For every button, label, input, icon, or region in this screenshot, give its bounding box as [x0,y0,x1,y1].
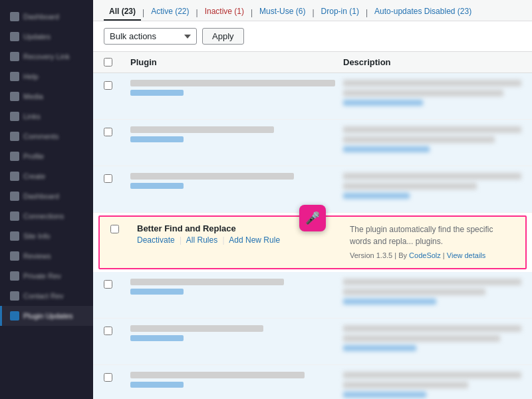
sidebar-item-label-4: Help [23,72,39,80]
sidebar-item-3[interactable]: Recovery Link [0,47,93,66]
plugins-table: 🎤 Better Find and Replace Deactivate | A… [93,73,532,399]
sidebar-item-15[interactable]: Contact Rev [0,286,93,306]
tab-auto-updates-disabled[interactable]: Auto-updates Disabled (23) [369,4,477,21]
apply-button[interactable]: Apply [202,28,244,45]
privrev-icon [10,271,19,281]
sep-2: | [223,235,225,245]
tab-drop-in[interactable]: Drop-in (1) [316,4,364,21]
row-checkbox-5[interactable] [104,280,112,289]
row-check-5[interactable] [104,279,130,291]
plugin-description-text: The plugin automatically find the specif… [350,225,493,246]
row-check-2[interactable] [104,126,130,138]
row-checkbox-7[interactable] [104,373,112,382]
plugin-desc-7 [343,372,521,398]
dashboard-icon [10,12,19,21]
table-row-better-find-replace: 🎤 Better Find and Replace Deactivate | A… [98,215,527,269]
bulk-actions-select[interactable]: Bulk actions Activate Deactivate Update … [104,28,197,45]
all-rules-link[interactable]: All Rules [186,235,217,245]
sidebar-item-12[interactable]: Site Info [0,226,93,246]
author-link[interactable]: CodeSolz [409,251,441,259]
sidebar-item-label-10: Dashboard [23,192,59,200]
links-icon [10,112,19,121]
sidebar-item-10[interactable]: Dashboard [0,186,93,206]
plugin-desc-6 [343,325,521,351]
view-details-link[interactable]: View details [447,251,486,259]
row-checkbox-2[interactable] [104,128,112,136]
col-description-header: Description [343,57,521,67]
updates-icon [10,32,19,41]
sidebar-item-8[interactable]: Profile [0,146,93,166]
mic-icon: 🎤 [305,211,320,225]
sidebar-item-label-2: Updates [23,33,51,41]
plugin-info-7 [130,372,343,388]
sidebar-item-label-5: Media [23,92,43,100]
row-checkbox-1[interactable] [104,81,112,90]
sidebar-item-14[interactable]: Private Rev [0,266,93,286]
table-row [93,365,532,400]
plugin-info-2 [130,126,343,142]
sidebar-item-2[interactable]: Updates [0,27,93,47]
sidebar-item-5[interactable]: Media [0,86,93,106]
select-all-wrapper[interactable] [104,57,130,67]
sidebar-item-16[interactable]: Plugin Updates [0,306,93,326]
sidebar-item-label-3: Recovery Link [23,53,70,61]
plugin-desc-5 [343,279,521,305]
sidebar-item-label-7: Comments [23,132,59,140]
toolbar: Bulk actions Activate Deactivate Update … [93,21,532,52]
sidebar-item-9[interactable]: Create [0,166,93,186]
sidebar-item-label-16: Plugin Updates [23,312,73,320]
tab-must-use[interactable]: Must-Use (6) [254,4,311,21]
media-icon [10,92,19,101]
plugin-desc-1 [343,80,521,106]
sidebar-item-1[interactable]: Dashboard [0,7,93,27]
plugin-desc-2 [343,126,521,152]
row-checkbox-6[interactable] [104,327,112,335]
sep-1: | [180,235,182,245]
row-check-4[interactable] [110,223,137,235]
select-all-checkbox[interactable] [104,58,112,66]
table-row [93,272,532,319]
sidebar-item-7[interactable]: Comments [0,126,93,146]
plugin-desc-4: The plugin automatically find the specif… [350,223,515,261]
filter-tabs: All (23) | Active (22) | Inactive (1) | … [93,0,532,21]
table-row [93,319,532,365]
deactivate-link[interactable]: Deactivate [137,235,175,245]
row-check-1[interactable] [104,80,130,92]
table-row [93,73,532,120]
sidebar-item-label-1: Dashboard [23,13,59,21]
dash2-icon [10,192,19,201]
contrev-icon [10,291,19,301]
main-content: All (23) | Active (22) | Inactive (1) | … [93,0,532,399]
sidebar-item-13[interactable]: Reviews [0,246,93,266]
recovery-icon [10,52,19,61]
plugin-info-3 [130,173,343,189]
row-check-6[interactable] [104,325,130,337]
add-new-rule-link[interactable]: Add New Rule [229,235,280,245]
sidebar-item-label-15: Contact Rev [23,292,64,300]
by-text: By [398,251,407,259]
tab-all[interactable]: All (23) [104,4,141,21]
sidebar: Dashboard Updates Recovery Link Help Med… [0,0,93,399]
mic-overlay: 🎤 [299,205,326,231]
sidebar-item-6[interactable]: Links [0,106,93,126]
siteinfo-icon [10,231,19,241]
plugin-info-6 [130,325,343,341]
row-check-3[interactable] [104,173,130,185]
sidebar-item-label-6: Links [23,112,41,120]
sidebar-item-label-14: Private Rev [23,272,61,280]
tab-inactive[interactable]: Inactive (1) [200,4,249,21]
plugin-desc-3 [343,173,521,199]
plugupdates-icon [10,311,19,321]
sidebar-item-label-8: Profile [23,152,44,160]
row-check-7[interactable] [104,372,130,384]
sidebar-item-label-13: Reviews [23,252,51,260]
sidebar-item-11[interactable]: Connections [0,206,93,226]
plugin-info-5 [130,279,343,295]
help-icon [10,72,19,81]
tab-active[interactable]: Active (22) [146,4,194,21]
table-row [93,120,532,166]
row-checkbox-4[interactable] [110,225,119,233]
row-checkbox-3[interactable] [104,174,112,183]
plugin-actions-4: Deactivate | All Rules | Add New Rule [137,235,342,245]
sidebar-item-4[interactable]: Help [0,66,93,86]
